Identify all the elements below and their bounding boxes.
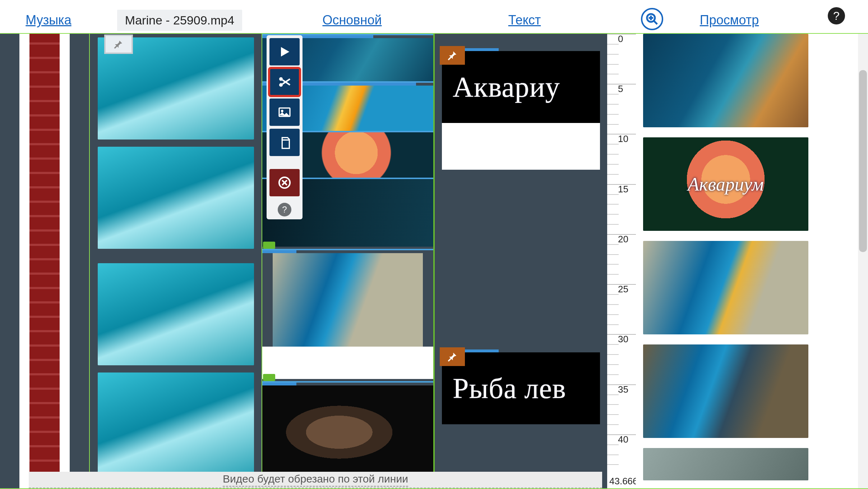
help-button[interactable]: ?: [828, 7, 845, 24]
text-clip[interactable]: Аквариу: [442, 48, 600, 170]
clip-filename: Marine - 25909.mp4: [93, 7, 266, 33]
main-clip[interactable]: [262, 381, 433, 479]
ruler-label: 0: [618, 34, 623, 45]
preview-thumb[interactable]: [643, 241, 808, 334]
svg-rect-8: [282, 140, 289, 148]
svg-line-1: [654, 21, 657, 24]
tab-music[interactable]: Музыка: [4, 7, 93, 33]
toolbar-help-button[interactable]: ?: [278, 203, 291, 216]
clip-trim-handle[interactable]: [263, 242, 275, 249]
preview-thumb[interactable]: Аквариум: [643, 137, 808, 231]
text-clip-content: Рыба лев: [442, 352, 600, 424]
cut-button[interactable]: [269, 68, 300, 96]
clip-trim-handle[interactable]: [263, 374, 275, 381]
ruler-label: 35: [618, 384, 628, 395]
text-clip-content: Аквариу: [442, 51, 600, 123]
ruler-label: 30: [618, 334, 628, 345]
play-button[interactable]: [269, 38, 300, 65]
time-ruler[interactable]: 43.666 0510152025303540: [607, 34, 636, 488]
track-music[interactable]: [0, 34, 90, 488]
ruler-label: 5: [618, 83, 623, 95]
ruler-label: 40: [618, 434, 628, 445]
preview-thumb[interactable]: [643, 448, 808, 480]
track-main[interactable]: ?: [262, 34, 435, 488]
main-clip[interactable]: [262, 249, 433, 379]
scrollbar[interactable]: [858, 34, 868, 488]
copy-button[interactable]: [269, 129, 300, 156]
ruler-label: 25: [618, 284, 628, 295]
pin-clip-button[interactable]: [104, 35, 133, 54]
ruler-end-label: 43.666: [609, 476, 636, 487]
preview-overlay-text: Аквариум: [688, 174, 763, 195]
clip-frame[interactable]: [98, 147, 254, 249]
filename-label: Marine - 25909.mp4: [117, 10, 242, 31]
delete-button[interactable]: [269, 169, 300, 196]
text-clip[interactable]: Рыба лев: [442, 349, 600, 424]
clip-frame[interactable]: [98, 373, 254, 475]
clip-toolbar: ?: [267, 35, 303, 219]
tab-main[interactable]: Основной: [266, 7, 438, 33]
ruler-label: 10: [618, 133, 628, 145]
tab-preview[interactable]: Просмотр: [640, 7, 819, 33]
zoom-in-button[interactable]: [641, 8, 663, 30]
svg-point-7: [281, 110, 283, 112]
image-button[interactable]: [269, 99, 300, 126]
track-selected-clip[interactable]: [90, 34, 262, 488]
cut-line-message: Видео будет обрезано по этой линии: [29, 472, 602, 488]
scrollbar-thumb[interactable]: [859, 70, 867, 252]
pin-icon[interactable]: [440, 46, 465, 65]
tab-text[interactable]: Текст: [438, 7, 611, 33]
preview-thumb[interactable]: [643, 344, 808, 438]
preview-panel: Аквариум: [636, 34, 816, 488]
music-waveform[interactable]: [19, 34, 70, 488]
track-text[interactable]: Аквариу Рыба лев: [435, 34, 607, 488]
preview-thumb[interactable]: [643, 34, 808, 127]
clip-frame[interactable]: [98, 263, 254, 365]
ruler-label: 20: [618, 233, 628, 244]
pin-icon[interactable]: [440, 347, 465, 366]
ruler-label: 15: [618, 183, 628, 195]
